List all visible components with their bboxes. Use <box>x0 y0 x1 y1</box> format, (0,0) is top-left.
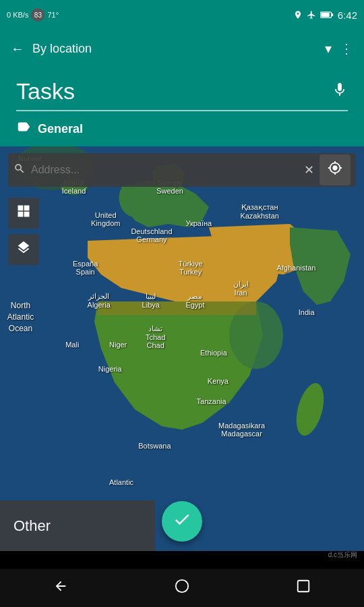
grid-control-button[interactable] <box>8 198 39 229</box>
crosshair-icon <box>328 161 342 179</box>
my-location-button[interactable] <box>320 154 351 185</box>
dropdown-icon[interactable]: ▾ <box>325 40 332 57</box>
badge: 83 <box>31 8 44 22</box>
top-bar-title: By location <box>32 42 317 56</box>
status-time: 6:42 <box>338 9 357 21</box>
other-label: Other <box>13 517 51 535</box>
other-overlay: Other <box>0 500 155 551</box>
clear-search-icon[interactable]: ✕ <box>304 163 314 177</box>
grid-icon <box>16 204 31 223</box>
airplane-icon <box>307 10 316 20</box>
checkmark-icon <box>173 510 191 533</box>
mic-icon[interactable] <box>332 82 348 102</box>
status-bar: 0 KB/s 83 71° 6:42 <box>0 0 364 30</box>
map-background <box>0 146 364 551</box>
search-icon <box>13 163 26 178</box>
category-row: General <box>16 111 348 146</box>
confirm-fab[interactable] <box>162 501 202 542</box>
tag-icon <box>16 119 31 138</box>
layers-control-button[interactable] <box>8 234 39 265</box>
svg-rect-2 <box>321 13 330 17</box>
back-nav-button[interactable] <box>40 572 82 604</box>
layers-icon <box>16 240 31 259</box>
app-title: Tasks <box>16 78 75 105</box>
category-label: General <box>38 122 83 136</box>
recents-nav-button[interactable] <box>282 572 324 604</box>
bottom-nav <box>0 569 364 607</box>
address-input[interactable] <box>31 164 304 176</box>
network-stats: 0 KB/s <box>7 11 28 19</box>
temperature: 71° <box>47 11 59 19</box>
back-button[interactable]: ← <box>11 41 24 57</box>
status-right: 6:42 <box>293 9 357 21</box>
top-bar: ← By location ▾ ⋮ <box>0 30 364 67</box>
svg-point-9 <box>176 580 188 592</box>
home-nav-button[interactable] <box>161 572 203 604</box>
status-left: 0 KB/s 83 71° <box>7 8 59 22</box>
app-title-row: Tasks <box>16 78 348 111</box>
location-status-icon <box>293 10 303 20</box>
app-header: Tasks General <box>0 67 364 146</box>
battery-icon <box>320 11 334 19</box>
watermark: d.c当乐网 <box>328 550 357 560</box>
map-container[interactable]: Nunaat ÍslandIceland SverigeSweden Unite… <box>0 146 364 551</box>
svg-rect-10 <box>298 581 309 592</box>
svg-rect-1 <box>331 13 333 16</box>
search-bar[interactable]: ✕ <box>8 153 356 187</box>
more-options-icon[interactable]: ⋮ <box>340 40 353 57</box>
